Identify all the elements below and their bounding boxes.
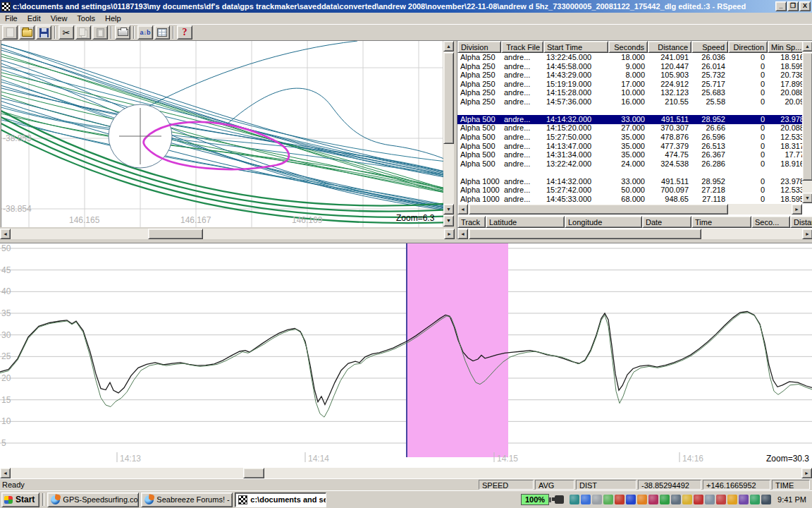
cell-distance: 241.091 <box>648 53 691 62</box>
table-row[interactable]: Alpha 500andre...13:22:42.00024.000324.5… <box>457 159 802 169</box>
map-scroll-down-icon[interactable]: ▼ <box>443 204 454 214</box>
sync-icon[interactable] <box>648 495 658 504</box>
gps-tracks-map[interactable]: -38.853-38.854146.165146.167146.169 <box>1 41 443 227</box>
start-button[interactable]: Start <box>1 492 39 507</box>
flag-icon[interactable] <box>761 495 771 504</box>
hourglass-icon[interactable] <box>615 495 625 504</box>
column-header-date[interactable]: Date <box>642 216 691 228</box>
menu-tools[interactable]: Tools <box>72 13 100 23</box>
map-plot[interactable]: -38.853-38.854146.165146.167146.169 Zoom… <box>1 41 443 227</box>
save-button[interactable] <box>36 25 51 40</box>
column-header-track[interactable]: Track <box>457 216 486 228</box>
menu-edit[interactable]: Edit <box>23 13 46 23</box>
map-scroll-right-icon[interactable]: ► <box>444 229 455 239</box>
map-scroll-left-icon[interactable]: ◄ <box>0 229 11 239</box>
table-row[interactable]: Alpha 250andre...13:22:45.00018.000241.0… <box>457 53 802 62</box>
table-horizontal-scrollbar[interactable]: ◄ ► <box>457 204 802 214</box>
table-scroll-left-icon[interactable]: ◄ <box>457 204 468 214</box>
minimize-button[interactable]: _ <box>775 1 787 11</box>
table-row[interactable]: Alpha 1000andre...14:14:32.00033.000491.… <box>457 177 802 186</box>
table-row[interactable]: Alpha 500andre...14:14:32.00033.000491.5… <box>457 115 802 124</box>
column-header-speed[interactable]: Speed <box>691 41 728 53</box>
taskbar-button[interactable]: Seabreeze Forums! - Wi... <box>141 492 233 507</box>
column-header-latitude[interactable]: Latitude <box>486 216 565 228</box>
trackpoints-horizontal-scrollbar[interactable]: ◄ ► <box>457 229 812 239</box>
column-header-track-file[interactable]: Track File <box>501 41 543 53</box>
signal-icon[interactable] <box>660 495 670 504</box>
bluetooth-icon[interactable] <box>626 495 636 504</box>
audio-icon[interactable] <box>570 495 579 504</box>
monitor-icon[interactable] <box>671 495 681 504</box>
chart-zoom-level: Zoom=30.3 <box>766 454 809 464</box>
column-header-longitude[interactable]: Longitude <box>565 216 642 228</box>
map-horizontal-scrollbar[interactable]: ◄ ► <box>0 229 455 239</box>
messenger-icon[interactable] <box>603 495 613 504</box>
network-icon[interactable] <box>581 495 591 504</box>
table-row[interactable]: Alpha 500andre...14:13:47.00035.000477.3… <box>457 142 802 151</box>
table-row[interactable]: Alpha 250andre...15:19:19.00017.000224.9… <box>457 80 802 89</box>
table-scroll-up-icon[interactable]: ▲ <box>802 41 812 52</box>
table-row[interactable]: Alpha 500andre...15:27:50.00035.000478.8… <box>457 133 802 142</box>
taskbar-button[interactable]: GPS-Speedsurfing.com ::... <box>47 492 139 507</box>
table-row[interactable]: Alpha 250andre...14:45:58.0009.000120.44… <box>457 62 802 71</box>
trackpoints-scroll-left-icon[interactable]: ◄ <box>457 229 468 239</box>
table-row[interactable]: Alpha 500andre...14:15:20.00027.000370.3… <box>457 123 802 133</box>
restore-button[interactable]: ❐ <box>787 1 799 11</box>
column-header-direction[interactable]: Direction <box>728 41 768 53</box>
menu-view[interactable]: View <box>46 13 73 23</box>
table-hscroll-thumb[interactable] <box>469 204 728 214</box>
chart-scroll-left-icon[interactable]: ◄ <box>0 468 11 478</box>
column-header-seconds[interactable]: Seconds <box>608 41 648 53</box>
menu-file[interactable]: File <box>0 13 23 23</box>
column-header-min-sp-[interactable]: Min Sp... <box>768 41 802 53</box>
open-button[interactable] <box>19 25 35 40</box>
table-scroll-right-icon[interactable]: ► <box>792 204 802 214</box>
map-zoom-dropdown[interactable]: ▼ <box>443 215 454 226</box>
print-button[interactable] <box>115 25 130 40</box>
column-header-division[interactable]: Division <box>457 41 501 53</box>
column-header-time[interactable]: Time <box>691 216 751 228</box>
table-row[interactable] <box>457 106 802 115</box>
column-header-seco-[interactable]: Seco... <box>751 216 790 228</box>
table-row[interactable]: Alpha 500andre...14:31:34.00035.000474.7… <box>457 150 802 159</box>
table-row[interactable]: Alpha 250andre...14:15:28.00010.000132.1… <box>457 88 802 97</box>
close-button[interactable]: X <box>799 1 811 11</box>
menu-help[interactable]: Help <box>100 13 126 23</box>
trackpoints-hscroll-thumb[interactable] <box>469 229 701 239</box>
wireless-icon[interactable] <box>705 495 715 504</box>
map-hscroll-thumb[interactable] <box>148 229 203 239</box>
notes-icon[interactable] <box>682 495 692 504</box>
table-scroll-down-icon[interactable]: ▼ <box>802 193 812 203</box>
grid-button[interactable] <box>154 25 170 40</box>
trackpoints-scroll-right-icon[interactable]: ► <box>802 229 812 239</box>
help-button[interactable]: ? <box>177 25 192 40</box>
chart-scroll-right-icon[interactable]: ► <box>801 468 812 478</box>
map-vscroll-thumb[interactable] <box>443 52 454 144</box>
mute-icon[interactable] <box>694 495 703 504</box>
cell-track-file: andre... <box>501 97 543 107</box>
column-header-distance[interactable]: Distance <box>790 216 812 228</box>
table-vertical-scrollbar[interactable]: ▲ ▼ <box>802 41 812 203</box>
map-scroll-up-icon[interactable]: ▲ <box>443 41 454 52</box>
table-row[interactable]: Alpha 1000andre...14:45:33.00068.000948.… <box>457 195 802 203</box>
chart-hscroll-thumb[interactable] <box>243 468 264 478</box>
chart-horizontal-scrollbar[interactable]: ◄ ► <box>0 468 812 478</box>
map-vertical-scrollbar[interactable]: ▲ ▼ <box>443 41 454 214</box>
table-row[interactable] <box>457 168 802 177</box>
taskbar-button[interactable]: c:\documents and set... <box>235 492 326 507</box>
update-icon[interactable] <box>727 495 737 504</box>
color-icon[interactable] <box>739 495 749 504</box>
table-row[interactable]: Alpha 1000andre...15:27:42.00050.000700.… <box>457 186 802 195</box>
sort-button[interactable]: a↓b <box>137 25 153 40</box>
table-vscroll-thumb[interactable] <box>802 52 812 181</box>
error-icon[interactable] <box>716 495 726 504</box>
agent-icon[interactable] <box>637 495 647 504</box>
recycle-icon[interactable] <box>750 495 760 504</box>
speed-chart[interactable]: 504540353025201510514:1314:1414:1514:16 <box>0 243 812 468</box>
cut-button[interactable]: ✂ <box>59 25 74 40</box>
column-header-distance[interactable]: Distance <box>648 41 691 53</box>
table-row[interactable]: Alpha 250andre...14:43:29.0008.000105.90… <box>457 71 802 80</box>
column-header-start-time[interactable]: Start Time <box>543 41 608 53</box>
table-row[interactable]: Alpha 250andre...14:57:36.00016.000210.5… <box>457 97 802 107</box>
search-icon[interactable] <box>592 495 602 504</box>
